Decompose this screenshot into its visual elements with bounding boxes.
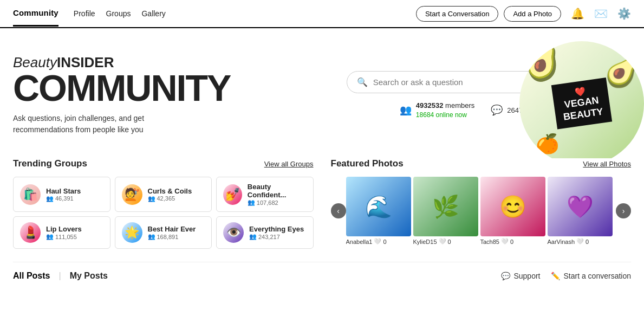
group-name: Curls & Coils [148, 187, 192, 195]
notification-icon[interactable]: 🔔 [571, 7, 584, 20]
photo-likes: 0 [448, 239, 451, 245]
photo-thumb: 🌿 [413, 177, 478, 236]
view-all-groups-link[interactable]: View all Groups [264, 160, 314, 168]
group-members: 👥 107,682 [248, 199, 307, 206]
carousel-prev-button[interactable]: ‹ [331, 203, 346, 218]
photo-heart-icon[interactable]: 🤍 [374, 238, 381, 245]
posts-tabs: All Posts | My Posts [13, 271, 116, 281]
tabs-divider: | [58, 271, 61, 281]
group-members: 👥 243,217 [249, 233, 304, 240]
photo-thumb: 💜 [548, 177, 613, 236]
nav-link-groups[interactable]: Groups [106, 9, 131, 18]
nav-brand[interactable]: Community [13, 8, 58, 27]
members-label: members [445, 101, 474, 109]
settings-icon[interactable]: ⚙️ [617, 7, 631, 20]
photos-grid: 🌊 Anabella1 🤍 0 🌿 KyliеD15 🤍 0 😊 Tach85 … [346, 177, 616, 245]
photo-item[interactable]: 😊 Tach85 🤍 0 [480, 177, 545, 245]
members-icon: 👥 [249, 233, 257, 240]
vegan-beauty-circle: 🥑 🥑 🍊 ❤️ VEGAN BEAUTY [519, 41, 644, 158]
posts-header: All Posts | My Posts 💬 Support ✏️ Start … [13, 271, 631, 281]
group-info: Beauty Confident... 👥 107,682 [248, 183, 307, 206]
tab-all-posts[interactable]: All Posts [13, 271, 58, 281]
group-card[interactable]: 👁️ Everything Eyes 👥 243,217 [216, 216, 314, 249]
photo-likes: 0 [510, 239, 513, 245]
start-conversation-posts-button[interactable]: ✏️ Start a conversation [551, 272, 631, 280]
posts-section: All Posts | My Posts 💬 Support ✏️ Start … [13, 262, 631, 281]
edit-icon: ✏️ [551, 272, 560, 280]
group-avatar: 🌟 [122, 222, 142, 243]
nav-actions: Start a Conversation Add a Photo 🔔 ✉️ ⚙️ [416, 6, 631, 22]
group-card[interactable]: 🛍️ Haul Stars 👥 46,391 [13, 177, 110, 212]
sections-row: Trending Groups View all Groups 🛍️ Haul … [13, 158, 631, 249]
photos-carousel: ‹ 🌊 Anabella1 🤍 0 🌿 KyliеD15 🤍 0 😊 Tach8… [331, 177, 632, 245]
tab-my-posts[interactable]: My Posts [70, 271, 116, 281]
support-button[interactable]: 💬 Support [501, 272, 540, 280]
group-name: Everything Eyes [249, 225, 304, 233]
navbar: Community Profile Groups Gallery Start a… [0, 0, 644, 28]
photo-heart-icon[interactable]: 🤍 [439, 238, 446, 245]
group-members: 👥 42,365 [148, 195, 192, 202]
posts-icon: 💬 [491, 104, 503, 116]
trending-title: Trending Groups [13, 158, 87, 169]
members-icon: 👥 [46, 233, 54, 240]
group-name: Beauty Confident... [248, 183, 307, 199]
online-count: 18684 [416, 111, 434, 119]
photo-item[interactable]: 💜 AarVinash 🤍 0 [548, 177, 613, 245]
photo-author: Tach85 [480, 239, 499, 245]
featured-header: Featured Photos View all Photos [331, 158, 632, 169]
group-name: Lip Lovers [46, 225, 82, 233]
main-content: Trending Groups View all Groups 🛍️ Haul … [0, 158, 644, 281]
hero-title-main: COMMUNITY [13, 69, 322, 106]
support-label: Support [513, 272, 540, 280]
group-info: Curls & Coils 👥 42,365 [148, 187, 192, 202]
photo-likes: 0 [586, 239, 589, 245]
photo-heart-icon[interactable]: 🤍 [576, 238, 584, 245]
group-card[interactable]: 💇 Curls & Coils 👥 42,365 [115, 177, 212, 212]
carousel-next-button[interactable]: › [616, 203, 631, 218]
group-info: Best Hair Ever 👥 168,891 [148, 225, 196, 240]
add-photo-button[interactable]: Add a Photo [504, 6, 561, 22]
group-avatar: 👁️ [223, 222, 244, 243]
posts-actions: 💬 Support ✏️ Start a conversation [501, 272, 631, 280]
start-conversation-button[interactable]: Start a Conversation [416, 6, 499, 22]
avocado-icon: 🥑 [520, 41, 567, 87]
group-avatar: 💅 [223, 184, 242, 205]
group-card[interactable]: 💅 Beauty Confident... 👥 107,682 [216, 177, 314, 212]
photo-caption: AarVinash 🤍 0 [548, 238, 613, 245]
nav-link-profile[interactable]: Profile [74, 9, 95, 18]
hero-description: Ask questions, join challenges, and get … [13, 113, 165, 136]
members-icon: 👥 [400, 104, 412, 116]
hero-section: BeautyINSIDER COMMUNITY Ask questions, j… [0, 28, 644, 158]
photo-author: KyliеD15 [413, 239, 437, 245]
members-stat: 👥 4932532 members 18684 online now [400, 101, 474, 120]
members-icon: 👥 [248, 199, 255, 206]
mail-icon[interactable]: ✉️ [594, 7, 608, 20]
group-name: Haul Stars [46, 187, 81, 195]
avocado-icon-2: 🥑 [605, 57, 639, 89]
group-avatar: 💇 [122, 184, 142, 205]
group-card[interactable]: 🌟 Best Hair Ever 👥 168,891 [115, 216, 212, 249]
photo-item[interactable]: 🌊 Anabella1 🤍 0 [346, 177, 411, 245]
group-card[interactable]: 💄 Lip Lovers 👥 111,055 [13, 216, 110, 249]
members-icon: 👥 [46, 195, 54, 202]
groups-grid: 🛍️ Haul Stars 👥 46,391 💇 Curls & Coils 👥… [13, 177, 314, 249]
group-members: 👥 168,891 [148, 233, 196, 240]
nav-link-gallery[interactable]: Gallery [141, 9, 165, 18]
photo-caption: Tach85 🤍 0 [480, 238, 545, 245]
online-label: online now [436, 111, 467, 119]
members-icon: 👥 [148, 195, 155, 202]
group-members: 👥 46,391 [46, 195, 81, 202]
hero-left: BeautyINSIDER COMMUNITY Ask questions, j… [13, 55, 322, 136]
group-avatar: 💄 [20, 222, 41, 243]
nav-links: Profile Groups Gallery [74, 9, 416, 18]
support-icon: 💬 [501, 272, 510, 280]
members-icon: 👥 [148, 233, 155, 240]
group-info: Everything Eyes 👥 243,217 [249, 225, 304, 240]
view-all-photos-link[interactable]: View all Photos [583, 160, 631, 168]
photo-item[interactable]: 🌿 KyliеD15 🤍 0 [413, 177, 478, 245]
photo-heart-icon[interactable]: 🤍 [501, 238, 509, 245]
orange-icon: 🍊 [536, 133, 560, 155]
group-members: 👥 111,055 [46, 233, 82, 240]
group-info: Haul Stars 👥 46,391 [46, 187, 81, 202]
group-info: Lip Lovers 👥 111,055 [46, 225, 82, 240]
